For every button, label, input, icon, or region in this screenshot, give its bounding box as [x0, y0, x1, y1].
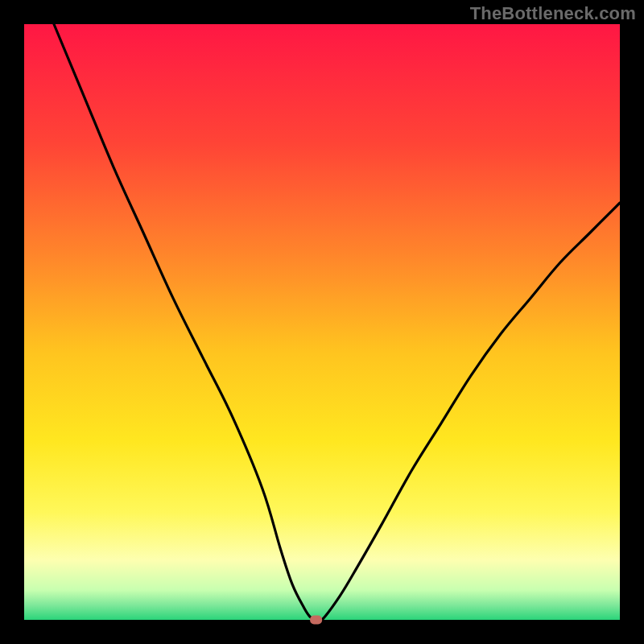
bottleneck-chart	[0, 0, 644, 644]
watermark-text: TheBottleneck.com	[470, 3, 636, 24]
plot-area	[24, 24, 620, 620]
optimal-point-marker	[310, 616, 322, 625]
